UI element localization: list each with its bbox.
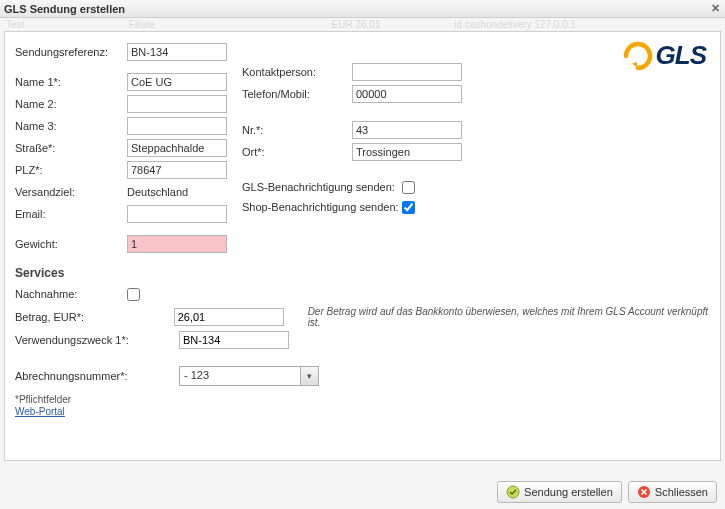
phone-label: Telefon/Mobil: xyxy=(242,88,352,100)
street-label: Straße*: xyxy=(15,142,127,154)
window-title: GLS Sendung erstellen xyxy=(4,3,125,15)
main-panel: GLS Sendungsreferenz: Name 1*: Name 2: N… xyxy=(4,31,721,461)
package-icon xyxy=(506,485,520,499)
pflicht-note: *Pflichtfelder xyxy=(15,394,710,405)
contact-label: Kontaktperson: xyxy=(242,66,352,78)
services-heading: Services xyxy=(15,266,710,280)
close-icon[interactable]: ✕ xyxy=(709,3,721,15)
gls-notify-checkbox[interactable] xyxy=(402,181,415,194)
titlebar: GLS Sendung erstellen ✕ xyxy=(0,0,725,18)
weight-input[interactable] xyxy=(127,235,227,253)
sendref-label: Sendungsreferenz: xyxy=(15,46,127,58)
sendref-input[interactable] xyxy=(127,43,227,61)
verwend-input[interactable] xyxy=(179,331,289,349)
name1-label: Name 1*: xyxy=(15,76,127,88)
name2-input[interactable] xyxy=(127,95,227,113)
chevron-down-icon[interactable]: ▾ xyxy=(300,367,318,385)
abrech-label: Abrechnungsnummer*: xyxy=(15,370,179,382)
create-button[interactable]: Sendung erstellen xyxy=(497,481,622,503)
verwend-label: Verwendungszweck 1*: xyxy=(15,334,179,346)
street-input[interactable] xyxy=(127,139,227,157)
name1-input[interactable] xyxy=(127,73,227,91)
footer-buttons: Sendung erstellen Schliessen xyxy=(497,481,717,503)
close-x-icon xyxy=(637,485,651,499)
web-portal-link[interactable]: Web-Portal xyxy=(15,406,65,417)
gls-arrow-icon xyxy=(623,41,653,71)
gls-notify-label: GLS-Benachrichtigung senden: xyxy=(242,181,402,193)
nachnahme-label: Nachnahme: xyxy=(15,288,127,300)
nr-label: Nr.*: xyxy=(242,124,352,136)
versand-value: Deutschland xyxy=(127,186,188,198)
nr-input[interactable] xyxy=(352,121,462,139)
abrech-select[interactable]: - 123 ▾ xyxy=(179,366,319,386)
betrag-note: Der Betrag wird auf das Bankkonto überwi… xyxy=(308,306,710,328)
abrech-value: - 123 xyxy=(180,367,300,385)
betrag-input[interactable] xyxy=(174,308,284,326)
plz-input[interactable] xyxy=(127,161,227,179)
ghost-toolbar: Test Filiale EUR 26,01 id cashondelivery… xyxy=(0,18,725,31)
create-button-label: Sendung erstellen xyxy=(524,486,613,498)
close-button-label: Schliessen xyxy=(655,486,708,498)
name3-label: Name 3: xyxy=(15,120,127,132)
ort-label: Ort*: xyxy=(242,146,352,158)
plz-label: PLZ*: xyxy=(15,164,127,176)
name3-input[interactable] xyxy=(127,117,227,135)
weight-label: Gewicht: xyxy=(15,238,127,250)
close-button[interactable]: Schliessen xyxy=(628,481,717,503)
email-label: Email: xyxy=(15,208,127,220)
name2-label: Name 2: xyxy=(15,98,127,110)
nachnahme-checkbox[interactable] xyxy=(127,288,140,301)
betrag-label: Betrag, EUR*: xyxy=(15,311,174,323)
ort-input[interactable] xyxy=(352,143,462,161)
gls-logo-text: GLS xyxy=(656,40,706,71)
versand-label: Versandziel: xyxy=(15,186,127,198)
email-input[interactable] xyxy=(127,205,227,223)
shop-notify-label: Shop-Benachrichtigung senden: xyxy=(242,201,402,213)
contact-input[interactable] xyxy=(352,63,462,81)
phone-input[interactable] xyxy=(352,85,462,103)
gls-logo: GLS xyxy=(623,40,706,71)
shop-notify-checkbox[interactable] xyxy=(402,201,415,214)
